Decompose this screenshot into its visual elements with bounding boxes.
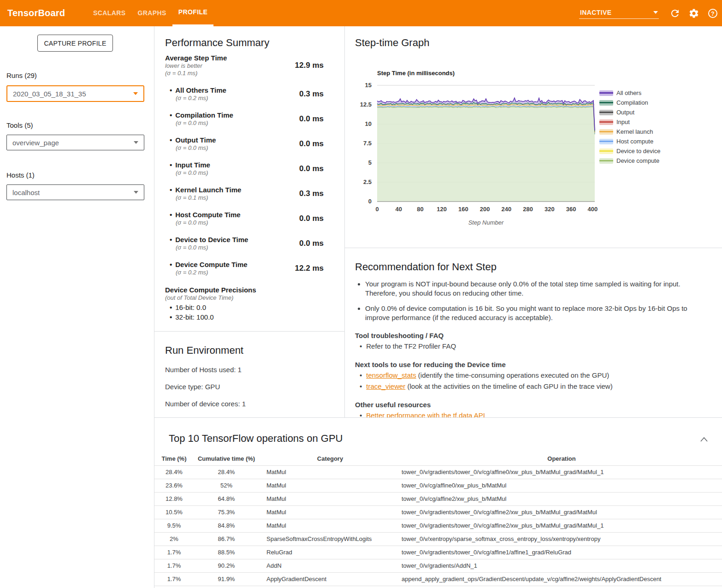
performance-item-sigma: (σ = 0.2 ms) xyxy=(176,95,226,102)
reload-icon[interactable] xyxy=(669,8,681,19)
collapse-chevron-icon[interactable] xyxy=(700,436,708,443)
table-row: 10.5%75.3%MatMultower_0/v/gradients/towe… xyxy=(154,505,722,519)
table-row: 9.5%84.8%MatMultower_0/v/gradients/tower… xyxy=(154,519,722,532)
performance-item-sigma: (σ = 0.1 ms) xyxy=(176,194,241,202)
hosts-select[interactable]: localhost xyxy=(6,184,144,200)
tab-profile[interactable]: PROFILE xyxy=(172,0,213,26)
bullet-icon: • xyxy=(170,186,172,194)
table-cell: 75.3% xyxy=(194,505,259,519)
tab-graphs[interactable]: GRAPHS xyxy=(131,0,172,26)
settings-gear-icon[interactable] xyxy=(688,8,699,19)
performance-summary-title: Performance Summary xyxy=(165,37,344,49)
performance-item-sigma: (σ = 0.2 ms) xyxy=(176,269,248,276)
hosts-select-value: localhost xyxy=(12,189,40,196)
svg-text:12.5: 12.5 xyxy=(360,101,372,108)
performance-items: •All Others Time(σ = 0.2 ms)0.3 ms•Compi… xyxy=(154,86,344,276)
tab-scalars[interactable]: SCALARS xyxy=(87,0,131,26)
bullet-icon: • xyxy=(170,161,172,169)
performance-item-sigma: (σ = 0.0 ms) xyxy=(176,219,241,226)
legend-item: Device to device xyxy=(599,146,660,156)
performance-item-value: 0.3 ms xyxy=(299,189,324,198)
performance-item-text: •Compilation Time(σ = 0.0 ms) xyxy=(170,111,233,127)
top-app-bar: TensorBoard SCALARS GRAPHS PROFILE INACT… xyxy=(0,0,722,26)
table-cell: tower_0/v/gradients/tower_0/v/cg/affine1… xyxy=(401,546,722,559)
recommendation-item: •Refer to the TF2 Profiler FAQ xyxy=(360,342,722,351)
precisions-list: •16-bit: 0.0•32-bit: 100.0 xyxy=(165,303,344,321)
recommendation-link[interactable]: tensorflow_stats xyxy=(366,371,416,380)
runs-select[interactable]: 2020_03_05_18_31_35 xyxy=(6,85,144,102)
recommendation-link[interactable]: trace_viewer xyxy=(366,382,405,391)
summary-card: Performance Summary Average Step Time lo… xyxy=(154,26,345,417)
table-cell: tower_0/v/gradients/tower_0/v/cg/affine2… xyxy=(401,519,722,532)
table-cell: AddN xyxy=(259,559,401,572)
performance-item: •Output Time(σ = 0.0 ms)0.0 ms xyxy=(154,136,344,152)
svg-text:120: 120 xyxy=(437,206,447,213)
table-cell: MatMul xyxy=(259,519,401,532)
performance-item: •Input Time(σ = 0.0 ms)0.0 ms xyxy=(154,161,344,177)
run-status-dropdown[interactable]: INACTIVE xyxy=(579,8,659,19)
table-row: 1.7%90.2%AddNtower_0/v/gradients/AddN_1 xyxy=(154,559,722,572)
hosts-label: Hosts (1) xyxy=(6,171,35,179)
svg-text:5: 5 xyxy=(368,159,372,166)
bullet-icon: • xyxy=(170,313,172,321)
performance-item-label: Input Time xyxy=(175,161,210,169)
capture-profile-button[interactable]: CAPTURE PROFILE xyxy=(37,35,113,52)
svg-text:400: 400 xyxy=(587,206,598,213)
performance-item-label: Output Time xyxy=(175,136,216,144)
legend-label: Kernel launch xyxy=(616,128,653,135)
chevron-down-icon xyxy=(134,141,138,144)
runs-label: Runs (29) xyxy=(6,71,37,79)
run-status-value: INACTIVE xyxy=(580,9,612,16)
tools-select-value: overview_page xyxy=(12,139,59,147)
table-cell: ReluGrad xyxy=(259,546,401,559)
run-environment-title: Run Environment xyxy=(165,344,344,356)
svg-text:40: 40 xyxy=(395,206,402,213)
bullet-icon: • xyxy=(170,261,172,268)
performance-item-value: 12.2 ms xyxy=(295,264,324,273)
svg-text:10: 10 xyxy=(365,120,372,127)
table-header-row: Time (%) Cumulative time (%) Category Op… xyxy=(154,452,722,465)
performance-item-text: •All Others Time(σ = 0.2 ms) xyxy=(170,86,226,102)
table-cell: 91.9% xyxy=(194,572,259,586)
performance-item-text: •Output Time(σ = 0.0 ms) xyxy=(170,136,216,152)
performance-item: •Compilation Time(σ = 0.0 ms)0.0 ms xyxy=(154,111,344,127)
performance-item-sigma: (σ = 0.0 ms) xyxy=(176,169,210,177)
performance-item-text: •Device Compute Time(σ = 0.2 ms) xyxy=(170,261,248,276)
performance-summary-section: Performance Summary Average Step Time lo… xyxy=(154,26,344,331)
svg-text:200: 200 xyxy=(480,206,490,213)
table-cell: 84.8% xyxy=(194,519,259,532)
table-cell: tower_0/v/cg/affine0/xw_plus_b/MatMul xyxy=(401,479,722,492)
bullet-icon: • xyxy=(360,371,362,380)
recommendation-subheading: Next tools to use for reducing the Devic… xyxy=(355,361,722,368)
legend-label: Output xyxy=(616,109,634,116)
table-cell: 23.6% xyxy=(154,479,194,492)
table-cell: 9.5% xyxy=(154,519,194,532)
table-cell: 1.7% xyxy=(154,559,194,572)
legend-swatch-icon xyxy=(599,100,613,106)
performance-item-value: 0.0 ms xyxy=(299,114,324,124)
legend-label: Host compute xyxy=(616,138,653,145)
tools-select[interactable]: overview_page xyxy=(6,135,144,150)
chart-legend: All othersCompilationOutputInputKernel l… xyxy=(599,88,660,166)
help-icon[interactable]: ? xyxy=(707,8,718,19)
svg-text:7.5: 7.5 xyxy=(363,140,372,147)
recommendation-subsections: Tool troubleshooting / FAQ•Refer to the … xyxy=(345,332,722,420)
recommendation-item-text: (look at the activities on the timeline … xyxy=(405,382,612,391)
performance-item: •All Others Time(σ = 0.2 ms)0.3 ms xyxy=(154,86,344,102)
performance-item-text: •Kernel Launch Time(σ = 0.1 ms) xyxy=(170,186,241,202)
recommendation-item: •tensorflow_stats (identify the time-con… xyxy=(360,371,722,380)
precisions-label: Device Compute Precisions xyxy=(165,286,344,294)
svg-text:280: 280 xyxy=(523,206,533,213)
svg-text:160: 160 xyxy=(458,206,468,213)
legend-swatch-icon xyxy=(599,158,613,164)
recommendation-bullet: Only 0.0% of device computation is 16 bi… xyxy=(365,304,709,322)
table-cell: 10.5% xyxy=(154,505,194,519)
table-cell: MatMul xyxy=(259,492,401,505)
run-environment-section: Run Environment Number of Hosts used: 1D… xyxy=(154,331,344,417)
recommendation-subheading: Tool troubleshooting / FAQ xyxy=(355,332,722,339)
average-step-time-label: Average Step Time xyxy=(165,54,227,62)
legend-label: Compilation xyxy=(616,99,648,106)
performance-item: •Device to Device Time(σ = 0.0 ms)0.0 ms xyxy=(154,236,344,251)
table-cell: ApplyGradientDescent xyxy=(259,572,401,586)
performance-item: •Device Compute Time(σ = 0.2 ms)12.2 ms xyxy=(154,261,344,276)
